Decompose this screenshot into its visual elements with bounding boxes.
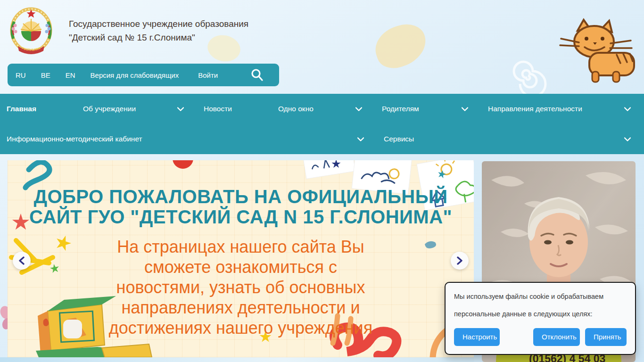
hero-subtitle: На страницах нашего сайта Вы сможете озн… xyxy=(8,237,474,338)
accessibility-version-link[interactable]: Версия для слабовидящих xyxy=(91,71,179,79)
cookie-configure-button[interactable]: Настроить xyxy=(454,328,500,346)
hero-subtitle-line: направлениях деятельности и xyxy=(8,297,474,318)
site-header: РЭСПУБЛІКА БЕЛАРУСЬ Государственное учре… xyxy=(8,7,248,55)
lang-ru-link[interactable]: RU xyxy=(16,71,26,79)
nav-item-parents[interactable]: Родителям xyxy=(375,94,481,124)
chevron-down-icon xyxy=(624,137,631,141)
site-title: Государственное учреждение образования "… xyxy=(69,17,248,45)
hero-subtitle-line: достижениях нашего учреждения xyxy=(8,318,474,338)
search-button[interactable] xyxy=(246,64,268,86)
cookie-accept-button[interactable]: Принять xyxy=(585,328,627,346)
search-icon xyxy=(250,68,264,82)
hero-subtitle-line: На страницах нашего сайта Вы xyxy=(8,237,474,257)
background-cat-doodle xyxy=(556,14,641,85)
chevron-right-icon xyxy=(456,256,463,265)
chevron-down-icon xyxy=(355,107,362,111)
slider-next-button[interactable] xyxy=(451,252,469,270)
nav-item-label: Направления деятельности xyxy=(488,105,582,113)
chevron-down-icon xyxy=(357,137,364,141)
hero-slide: ДОБРО ПОЖАЛОВАТЬ НА ОФИЦИАЛЬНЫЙ САЙТ ГУО… xyxy=(8,160,474,357)
hero-subtitle-line: новостями, узнать об основных xyxy=(8,277,474,297)
nav-item-label: Новости xyxy=(204,105,232,113)
nav-item-activity-areas[interactable]: Направления деятельности xyxy=(481,94,644,124)
teal-scribble-doodle xyxy=(25,162,50,188)
nav-item-about[interactable]: Об учреждении xyxy=(76,94,197,124)
chevron-down-icon xyxy=(177,107,184,111)
login-link[interactable]: Войти xyxy=(198,71,218,79)
nav-item-methodical-cabinet[interactable]: Информационно-методический кабинет xyxy=(0,124,377,154)
cookie-message-line1: Мы используем файлы cookie и обрабатывае… xyxy=(454,292,627,301)
nav-item-one-window[interactable]: Одно окно xyxy=(272,94,375,124)
utility-bar: RU BE EN Версия для слабовидящих Войти xyxy=(8,64,279,86)
nav-item-label: Информационно-методический кабинет xyxy=(7,135,142,143)
hero-subtitle-line: сможете ознакомиться с xyxy=(8,257,474,277)
cookie-banner: Мы используем файлы cookie и обрабатывае… xyxy=(445,282,636,355)
chevron-left-icon xyxy=(18,256,25,265)
main-navigation: Главная Об учреждении Новости Одно окно … xyxy=(0,94,644,154)
coat-of-arms-logo[interactable]: РЭСПУБЛІКА БЕЛАРУСЬ xyxy=(8,7,55,55)
slider-prev-button[interactable] xyxy=(13,252,31,270)
cookie-decline-button[interactable]: Отклонить xyxy=(533,328,580,346)
nav-item-label: Об учреждении xyxy=(83,105,136,113)
background-yellow-blob xyxy=(370,19,432,73)
background-bottom-strip xyxy=(0,357,474,362)
chevron-down-icon xyxy=(462,107,468,111)
chevron-down-icon xyxy=(624,107,631,111)
lang-en-link[interactable]: EN xyxy=(66,71,75,79)
nav-item-home[interactable]: Главная xyxy=(0,94,76,124)
nav-item-label: Сервисы xyxy=(384,135,414,143)
hero-title-line2: САЙТ ГУО "ДЕТСКИЙ САД N 15 Г.СЛОНИМА" xyxy=(8,207,474,227)
nav-item-label: Главная xyxy=(7,105,36,113)
cookie-message-line2: персональные данные в следующих целях: xyxy=(454,310,627,319)
background-spiral-doodle xyxy=(509,59,547,97)
nav-item-label: Родителям xyxy=(382,105,419,113)
hero-title: ДОБРО ПОЖАЛОВАТЬ НА ОФИЦИАЛЬНЫЙ САЙТ ГУО… xyxy=(8,187,474,227)
nav-item-label: Одно окно xyxy=(278,105,314,113)
hero-title-line1: ДОБРО ПОЖАЛОВАТЬ НА ОФИЦИАЛЬНЫЙ xyxy=(8,187,474,207)
site-title-line2: "Детский сад № 15 г.Слонима" xyxy=(69,31,248,44)
nav-item-news[interactable]: Новости xyxy=(197,94,272,124)
lang-be-link[interactable]: BE xyxy=(41,71,50,79)
site-title-line1: Государственное учреждение образования xyxy=(69,17,248,31)
nav-item-services[interactable]: Сервисы xyxy=(377,124,644,154)
apple-doodle xyxy=(173,160,193,169)
